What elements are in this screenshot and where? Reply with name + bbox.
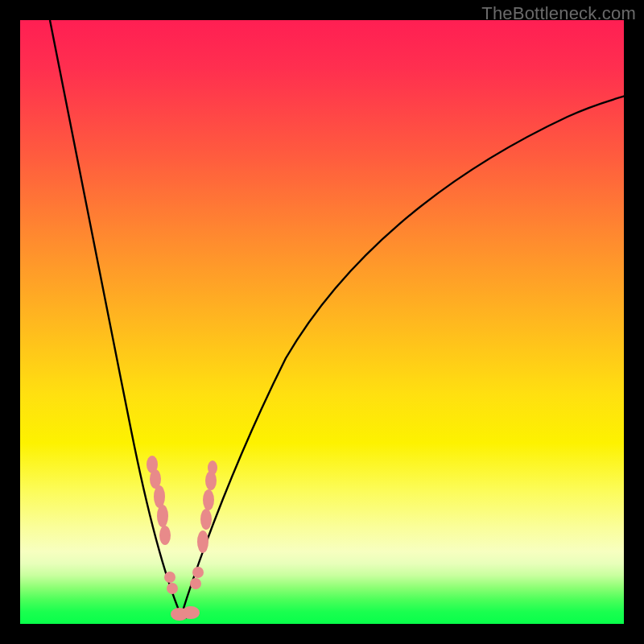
outer-frame: TheBottleneck.com — [0, 0, 644, 644]
marker-dot — [190, 578, 201, 589]
marker-dot — [164, 572, 175, 583]
curve-group — [50, 20, 624, 619]
marker-dot — [203, 489, 214, 510]
curve-right-path — [181, 96, 624, 616]
marker-dot — [159, 526, 171, 545]
marker-dot — [192, 567, 204, 578]
marker-dot — [200, 509, 212, 530]
watermark-text: TheBottleneck.com — [481, 3, 636, 24]
markers-group — [147, 456, 217, 621]
plot-area — [20, 20, 624, 624]
marker-dot — [197, 530, 208, 553]
marker-dot — [208, 460, 217, 475]
marker-dot — [182, 606, 200, 619]
marker-dot — [154, 485, 165, 508]
marker-dot — [157, 505, 168, 527]
marker-dot — [167, 583, 178, 594]
curve-layer — [20, 20, 624, 624]
